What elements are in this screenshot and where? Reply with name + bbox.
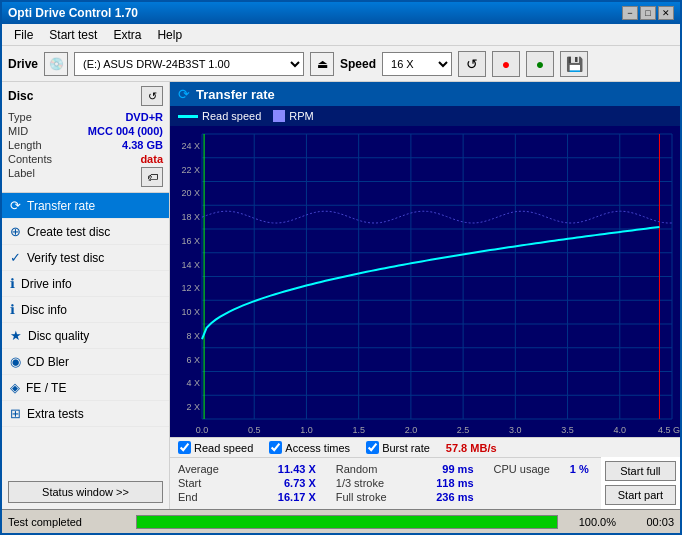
title-bar-controls: − □ ✕ [622,6,674,20]
disc-header: Disc ↺ [8,86,163,106]
minimize-button[interactable]: − [622,6,638,20]
chart-area: ⟳ Transfer rate Read speed RPM [170,82,680,509]
disc-info-icon: ℹ [10,302,15,317]
disc-type-label: Type [8,111,32,123]
legend-rpm-label: RPM [289,110,313,122]
chart-header: ⟳ Transfer rate [170,82,680,106]
stats-col3: CPU usage 1 % [486,457,601,509]
nav-create-test-disc[interactable]: ⊕ Create test disc [2,219,169,245]
disc-mid-value: MCC 004 (000) [88,125,163,137]
stat-random-value: 99 ms [434,463,474,475]
drive-info-icon: ℹ [10,276,15,291]
burst-rate-value: 57.8 MB/s [446,442,497,454]
stat-end-label: End [178,491,198,503]
nav-transfer-rate-label: Transfer rate [27,199,95,213]
verify-test-disc-icon: ✓ [10,250,21,265]
disc-mid-label: MID [8,125,28,137]
title-bar: Opti Drive Control 1.70 − □ ✕ [2,2,680,24]
read-speed-checkbox-label: Read speed [194,442,253,454]
stat-full-stroke: Full stroke 236 ms [336,490,478,504]
start-part-button[interactable]: Start part [605,485,676,505]
menu-file[interactable]: File [6,26,41,44]
progress-bar-fill [137,516,557,528]
toolbar: Drive 💿 (E:) ASUS DRW-24B3ST 1.00 ⏏ Spee… [2,46,680,82]
eject-button[interactable]: ⏏ [310,52,334,76]
nav-drive-info[interactable]: ℹ Drive info [2,271,169,297]
stat-full-stroke-label: Full stroke [336,491,387,503]
stat-start-label: Start [178,477,201,489]
menu-help[interactable]: Help [149,26,190,44]
stat-third-stroke-label: 1/3 stroke [336,477,384,489]
nav-extra-tests[interactable]: ⊞ Extra tests [2,401,169,427]
drive-icon: 💿 [44,52,68,76]
burst-rate-checkbox-item: Burst rate [366,441,430,454]
nav-disc-quality-label: Disc quality [28,329,89,343]
green-button[interactable]: ● [526,51,554,77]
nav-disc-quality[interactable]: ★ Disc quality [2,323,169,349]
save-button[interactable]: 💾 [560,51,588,77]
nav-disc-info[interactable]: ℹ Disc info [2,297,169,323]
sidebar: Disc ↺ Type DVD+R MID MCC 004 (000) Leng… [2,82,170,509]
nav-verify-test-disc[interactable]: ✓ Verify test disc [2,245,169,271]
close-button[interactable]: ✕ [658,6,674,20]
stat-end-value: 16.17 X [266,491,316,503]
stat-cpu: CPU usage 1 % [494,462,593,476]
action-buttons: Start full Start part [601,457,680,509]
menu-bar: File Start test Extra Help [2,24,680,46]
menu-start-test[interactable]: Start test [41,26,105,44]
chart-legend: Read speed RPM [170,106,680,126]
nav-fe-te[interactable]: ◈ FE / TE [2,375,169,401]
refresh-button[interactable]: ↺ [458,51,486,77]
access-times-checkbox[interactable] [269,441,282,454]
speed-select[interactable]: 16 X [382,52,452,76]
stat-cpu-label: CPU usage [494,463,550,475]
nav-cd-bler[interactable]: ◉ CD Bler [2,349,169,375]
disc-label-row: Label 🏷 [8,166,163,188]
stats-access-col: Random 99 ms 1/3 stroke 118 ms Full stro… [336,462,478,505]
disc-label-label: Label [8,167,35,187]
stat-average-value: 11.43 X [266,463,316,475]
red-button[interactable]: ● [492,51,520,77]
menu-extra[interactable]: Extra [105,26,149,44]
chart-checkboxes: Read speed Access times Burst rate 57.8 … [170,437,680,457]
maximize-button[interactable]: □ [640,6,656,20]
read-speed-checkbox[interactable] [178,441,191,454]
title-bar-text: Opti Drive Control 1.70 [8,6,138,20]
burst-rate-checkbox[interactable] [366,441,379,454]
status-text: Test completed [8,516,128,528]
main-window: Opti Drive Control 1.70 − □ ✕ File Start… [0,0,682,535]
legend-rpm-color [273,110,285,122]
disc-quality-icon: ★ [10,328,22,343]
stats-col2: Random 99 ms 1/3 stroke 118 ms Full stro… [328,457,486,509]
stat-cpu-value: 1 % [570,463,589,475]
disc-length-row: Length 4.38 GB [8,138,163,152]
nav-verify-test-disc-label: Verify test disc [27,251,104,265]
stat-average-label: Average [178,463,219,475]
nav-extra-tests-label: Extra tests [27,407,84,421]
stat-random-label: Random [336,463,378,475]
stat-start: Start 6.73 X [178,476,320,490]
nav-cd-bler-label: CD Bler [27,355,69,369]
progress-percentage: 100.0% [566,516,616,528]
nav-items: ⟳ Transfer rate ⊕ Create test disc ✓ Ver… [2,193,169,475]
nav-transfer-rate[interactable]: ⟳ Transfer rate [2,193,169,219]
access-times-checkbox-item: Access times [269,441,350,454]
extra-tests-icon: ⊞ [10,406,21,421]
progress-bar-container [136,515,558,529]
chart-header-icon: ⟳ [178,86,190,102]
access-times-checkbox-label: Access times [285,442,350,454]
legend-read-speed-label: Read speed [202,110,261,122]
disc-refresh-button[interactable]: ↺ [141,86,163,106]
start-full-button[interactable]: Start full [605,461,676,481]
disc-title: Disc [8,89,33,103]
drive-select[interactable]: (E:) ASUS DRW-24B3ST 1.00 [74,52,304,76]
legend-rpm: RPM [273,110,313,122]
speed-label: Speed [340,57,376,71]
chart-container [170,126,680,437]
disc-section: Disc ↺ Type DVD+R MID MCC 004 (000) Leng… [2,82,169,193]
disc-label-icon[interactable]: 🏷 [141,167,163,187]
stats-speed-col: Average 11.43 X Start 6.73 X End 16.17 X [178,462,320,505]
stat-average: Average 11.43 X [178,462,320,476]
status-window-button[interactable]: Status window >> [8,481,163,503]
chart-title: Transfer rate [196,87,275,102]
